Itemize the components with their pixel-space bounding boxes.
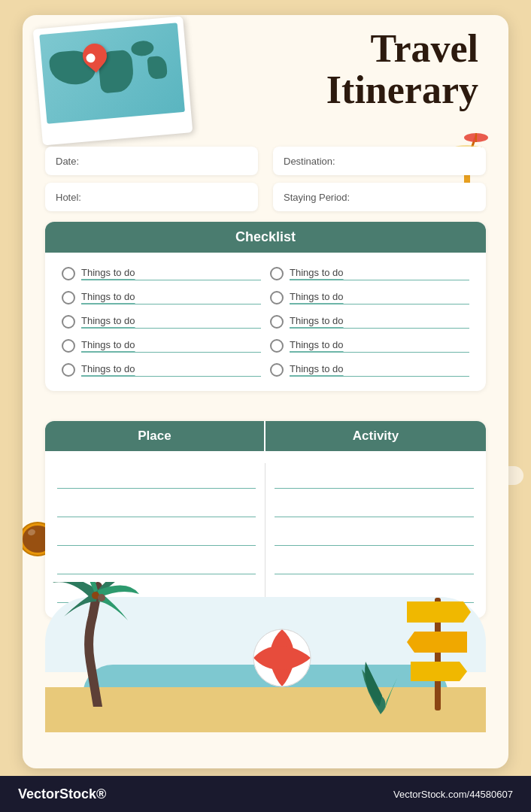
checklist-item-4[interactable]: Things to do xyxy=(57,334,266,358)
check-circle-7[interactable] xyxy=(270,291,284,304)
activity-line-2[interactable] xyxy=(275,492,474,517)
beach-scene xyxy=(45,582,486,732)
check-label-1: Things to do xyxy=(81,267,261,280)
destination-field[interactable]: Destination: xyxy=(273,147,486,175)
activity-line-4[interactable] xyxy=(275,549,474,574)
svg-point-17 xyxy=(98,594,105,601)
check-circle-9[interactable] xyxy=(270,339,284,353)
check-circle-2[interactable] xyxy=(62,291,75,304)
place-line-1[interactable] xyxy=(57,463,256,489)
activity-line-1[interactable] xyxy=(275,463,474,489)
place-line-3[interactable] xyxy=(57,520,256,546)
place-line-2[interactable] xyxy=(57,492,256,517)
activity-line-3[interactable] xyxy=(275,520,474,546)
checklist-item-5[interactable]: Things to do xyxy=(57,358,266,382)
check-label-2: Things to do xyxy=(81,291,261,304)
checklist-grid: Things to do Things to do Things to do T… xyxy=(57,262,474,382)
brand-logo: VectorStock® xyxy=(18,786,106,802)
check-circle-5[interactable] xyxy=(62,363,75,377)
check-circle-6[interactable] xyxy=(270,267,284,280)
activity-header-label: Activity xyxy=(353,429,399,443)
check-circle-4[interactable] xyxy=(62,339,75,353)
checklist-item-6[interactable]: Things to do xyxy=(266,262,474,286)
check-circle-3[interactable] xyxy=(62,315,75,329)
form-row-2: Hotel: Staying Period: xyxy=(45,183,486,211)
check-label-4: Things to do xyxy=(81,339,261,353)
date-field[interactable]: Date: xyxy=(45,147,258,175)
title-area: Travel Itinerary xyxy=(326,29,478,111)
checklist-item-1[interactable]: Things to do xyxy=(57,262,266,286)
staying-period-field[interactable]: Staying Period: xyxy=(273,183,486,211)
checklist-section: Checklist Things to do Things to do xyxy=(45,222,486,391)
beach-ball xyxy=(252,628,312,691)
check-label-9: Things to do xyxy=(290,339,469,353)
checklist-body: Things to do Things to do Things to do T… xyxy=(45,253,486,391)
checklist-header: Checklist xyxy=(45,222,486,253)
signpost xyxy=(403,583,471,714)
map-pin xyxy=(82,43,108,75)
place-line-4[interactable] xyxy=(57,549,256,574)
main-background: Travel Itinerary xyxy=(0,0,531,812)
activity-header-cell: Activity xyxy=(266,421,486,451)
check-label-3: Things to do xyxy=(81,315,261,329)
brand-url-text: VectorStock.com/44580607 xyxy=(393,789,513,800)
page-title: Travel Itinerary xyxy=(326,29,478,111)
place-header-label: Place xyxy=(138,429,171,443)
place-header-cell: Place xyxy=(45,421,266,451)
place-activity-header: Place Activity xyxy=(45,421,486,451)
check-label-6: Things to do xyxy=(290,267,469,280)
checklist-item-10[interactable]: Things to do xyxy=(266,358,474,382)
staying-period-label: Staying Period: xyxy=(284,192,350,203)
check-label-10: Things to do xyxy=(290,363,469,377)
brand-name: VectorStock® xyxy=(18,786,106,801)
brand-url: VectorStock.com/44580607 xyxy=(393,789,513,800)
check-label-5: Things to do xyxy=(81,363,261,377)
checklist-item-3[interactable]: Things to do xyxy=(57,310,266,334)
tropical-leaves xyxy=(358,647,403,717)
hotel-label: Hotel: xyxy=(56,192,81,203)
checklist-item-2[interactable]: Things to do xyxy=(57,286,266,310)
main-card: Travel Itinerary xyxy=(23,15,508,768)
check-circle-8[interactable] xyxy=(270,315,284,329)
checklist-title: Checklist xyxy=(235,229,296,244)
destination-label: Destination: xyxy=(284,156,335,167)
check-label-8: Things to do xyxy=(290,315,469,329)
checklist-item-9[interactable]: Things to do xyxy=(266,334,474,358)
hotel-field[interactable]: Hotel: xyxy=(45,183,258,211)
palm-tree xyxy=(49,582,154,710)
check-circle-1[interactable] xyxy=(62,267,75,280)
date-label: Date: xyxy=(56,156,79,167)
form-row-1: Date: Destination: xyxy=(45,147,486,175)
checklist-item-8[interactable]: Things to do xyxy=(266,310,474,334)
check-circle-10[interactable] xyxy=(270,363,284,377)
check-label-7: Things to do xyxy=(290,291,469,304)
map-photo xyxy=(33,17,193,146)
checklist-item-7[interactable]: Things to do xyxy=(266,286,474,310)
bottom-bar: VectorStock® VectorStock.com/44580607 xyxy=(0,776,531,812)
form-area: Date: Destination: Hotel: Staying Period… xyxy=(45,147,486,219)
